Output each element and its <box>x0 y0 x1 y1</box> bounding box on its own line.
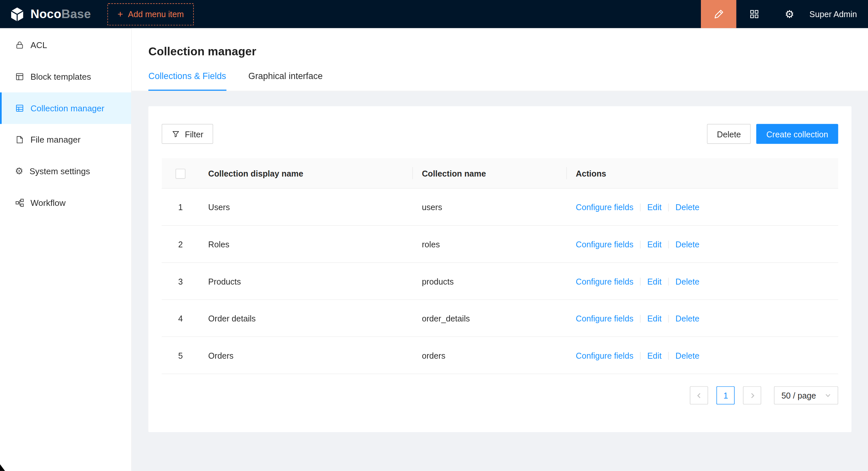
delete-link[interactable]: Delete <box>676 239 700 249</box>
cell-display-name: Products <box>199 263 413 300</box>
divider <box>668 278 669 285</box>
row-index: 4 <box>162 300 199 337</box>
delete-link[interactable]: Delete <box>676 313 700 323</box>
column-header-display-name: Collection display name <box>199 158 413 189</box>
nocobase-logo[interactable]: NocoBase <box>9 6 91 23</box>
cell-actions: Configure fieldsEditDelete <box>567 337 838 374</box>
divider <box>668 352 669 360</box>
edit-link[interactable]: Edit <box>647 350 661 360</box>
workflow-icon <box>15 198 24 207</box>
edit-link[interactable]: Edit <box>647 313 661 323</box>
cell-name: users <box>413 189 567 226</box>
sidebar-item-label: System settings <box>29 166 90 176</box>
lock-icon <box>15 40 24 50</box>
page-title: Collection manager <box>148 44 851 59</box>
row-index: 5 <box>162 337 199 374</box>
edit-link[interactable]: Edit <box>647 202 661 212</box>
mouse-cursor-artifact <box>0 464 5 471</box>
sidebar-item-acl[interactable]: ACL <box>0 29 131 61</box>
current-user-menu[interactable]: Super Admin <box>807 0 868 28</box>
delete-button[interactable]: Delete <box>707 124 751 144</box>
sidebar-item-label: Block templates <box>30 72 91 82</box>
ui-editor-button[interactable] <box>701 0 737 28</box>
table-header-row: Collection display name Collection name … <box>162 158 838 189</box>
collections-table: Collection display name Collection name … <box>162 158 838 374</box>
main-panel: Collection manager Collections & Fields … <box>132 28 868 471</box>
table-row: 5 Orders orders Configure fieldsEditDele… <box>162 337 838 374</box>
column-header-actions: Actions <box>567 158 838 189</box>
divider <box>640 352 641 360</box>
configure-fields-link[interactable]: Configure fields <box>576 350 633 360</box>
next-page-button[interactable] <box>743 386 761 404</box>
app-window: NocoBase + Add menu item <box>0 0 868 471</box>
chevron-down-icon <box>825 392 831 398</box>
sidebar-item-label: File manager <box>30 135 81 144</box>
edit-link[interactable]: Edit <box>647 276 661 286</box>
edit-link[interactable]: Edit <box>647 239 661 249</box>
configure-fields-link[interactable]: Configure fields <box>576 239 633 249</box>
nocobase-logo-icon <box>9 6 25 23</box>
cell-name: roles <box>413 226 567 263</box>
table-row: 2 Roles roles Configure fieldsEditDelete <box>162 226 838 263</box>
add-menu-item-button[interactable]: + Add menu item <box>107 3 194 25</box>
sidebar-item-system-settings[interactable]: ⚙ System settings <box>0 156 131 187</box>
cell-actions: Configure fieldsEditDelete <box>567 300 838 337</box>
prev-page-button[interactable] <box>690 386 708 404</box>
divider <box>640 278 641 285</box>
sidebar-item-collection-manager[interactable]: Collection manager <box>0 93 131 124</box>
configure-fields-link[interactable]: Configure fields <box>576 202 633 212</box>
configure-fields-link[interactable]: Configure fields <box>576 313 633 323</box>
sidebar-item-label: ACL <box>30 40 47 50</box>
table-row: 3 Products products Configure fieldsEdit… <box>162 263 838 300</box>
divider <box>640 314 641 323</box>
configure-fields-link[interactable]: Configure fields <box>576 276 633 286</box>
plugins-grid-button[interactable] <box>737 0 772 28</box>
delete-link[interactable]: Delete <box>676 202 700 212</box>
page-number-button[interactable]: 1 <box>717 386 735 404</box>
divider <box>668 203 669 211</box>
sidebar-item-file-manager[interactable]: File manager <box>0 124 131 156</box>
settings-sidebar: ACL Block templates Coll <box>0 28 132 471</box>
delete-link[interactable]: Delete <box>676 350 700 360</box>
file-icon <box>15 135 24 144</box>
page-size-select[interactable]: 50 / page <box>774 386 838 404</box>
highlighter-icon <box>713 9 724 20</box>
filter-button[interactable]: Filter <box>162 124 214 144</box>
header-actions: ⚙ Super Admin <box>701 0 868 28</box>
cell-name: order_details <box>413 300 567 337</box>
sidebar-item-label: Collection manager <box>30 103 104 113</box>
sidebar-item-block-templates[interactable]: Block templates <box>0 61 131 93</box>
tab-bar: Collections & Fields Graphical interface <box>148 71 851 91</box>
divider <box>640 203 641 211</box>
content-area: Filter Delete Create collection Coll <box>132 91 868 471</box>
filter-icon <box>172 130 180 138</box>
brand-name: NocoBase <box>30 7 91 22</box>
collections-card: Filter Delete Create collection Coll <box>148 106 851 433</box>
gear-icon: ⚙ <box>785 9 795 20</box>
cell-display-name: Order details <box>199 300 413 337</box>
row-index: 2 <box>162 226 199 263</box>
select-all-checkbox[interactable] <box>176 169 186 178</box>
plus-icon: + <box>118 9 123 19</box>
create-collection-button[interactable]: Create collection <box>756 124 838 144</box>
cell-actions: Configure fieldsEditDelete <box>567 189 838 226</box>
sidebar-item-workflow[interactable]: Workflow <box>0 187 131 219</box>
tab-graphical-interface[interactable]: Graphical interface <box>248 71 322 91</box>
grid-icon <box>749 9 759 19</box>
delete-link[interactable]: Delete <box>676 276 700 286</box>
tab-collections-fields[interactable]: Collections & Fields <box>148 71 226 91</box>
divider <box>668 240 669 248</box>
cell-display-name: Roles <box>199 226 413 263</box>
table-icon <box>15 103 24 113</box>
top-header: NocoBase + Add menu item <box>0 0 868 28</box>
table-row: 1 Users users Configure fieldsEditDelete <box>162 189 838 226</box>
cell-actions: Configure fieldsEditDelete <box>567 263 838 300</box>
cell-display-name: Users <box>199 189 413 226</box>
layout-icon <box>15 72 24 81</box>
settings-menu-button[interactable]: ⚙ <box>772 0 807 28</box>
cell-name: orders <box>413 337 567 374</box>
sidebar-item-label: Workflow <box>30 198 66 208</box>
divider <box>640 240 641 248</box>
gear-icon: ⚙ <box>15 167 23 176</box>
cell-display-name: Orders <box>199 337 413 374</box>
